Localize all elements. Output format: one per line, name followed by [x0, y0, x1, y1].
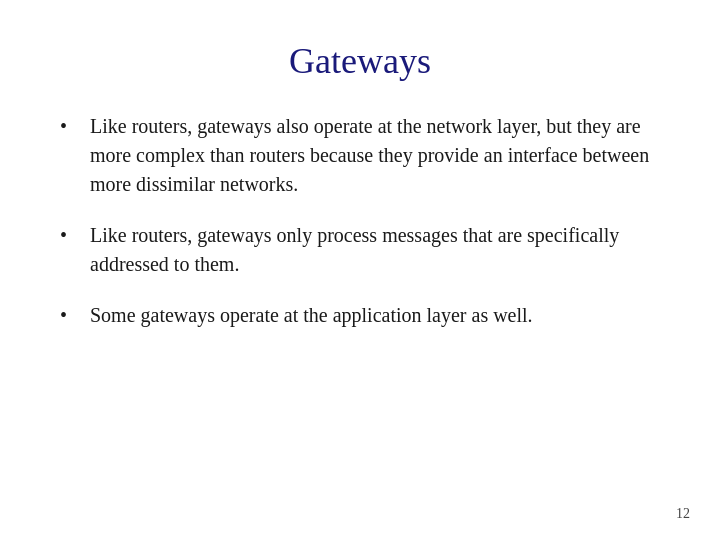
list-item: • Like routers, gateways only process me…	[60, 221, 660, 279]
slide-container: Gateways • Like routers, gateways also o…	[0, 0, 720, 540]
bullet-text-2: Like routers, gateways only process mess…	[90, 221, 660, 279]
bullet-dot: •	[60, 221, 90, 250]
list-item: • Some gateways operate at the applicati…	[60, 301, 660, 330]
bullet-text-3: Some gateways operate at the application…	[90, 301, 660, 330]
page-number: 12	[676, 506, 690, 522]
bullet-dot: •	[60, 301, 90, 330]
list-item: • Like routers, gateways also operate at…	[60, 112, 660, 199]
bullet-text-1: Like routers, gateways also operate at t…	[90, 112, 660, 199]
bullet-dot: •	[60, 112, 90, 141]
slide-content: • Like routers, gateways also operate at…	[60, 112, 660, 500]
slide-title: Gateways	[60, 40, 660, 82]
bullet-list: • Like routers, gateways also operate at…	[60, 112, 660, 352]
